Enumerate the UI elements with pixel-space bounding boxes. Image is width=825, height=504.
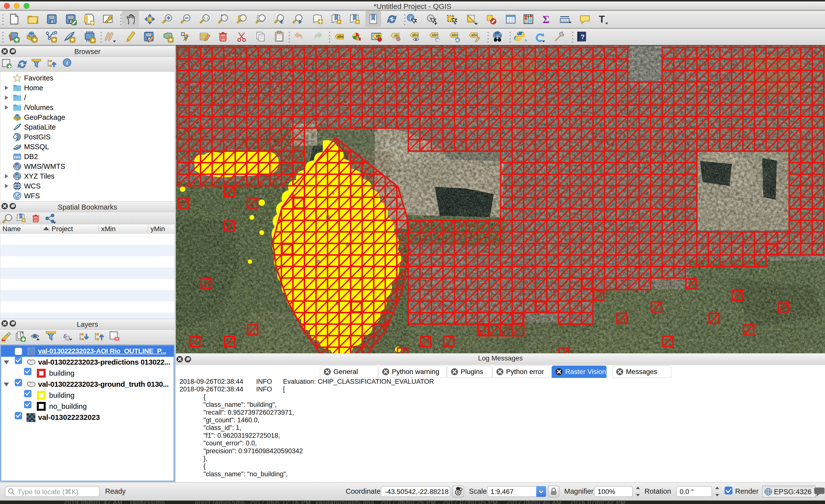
svg-text:abc: abc <box>432 33 439 37</box>
svg-text:abc: abc <box>412 33 419 37</box>
svg-text:abc: abc <box>452 33 458 37</box>
svg-text:i: i <box>66 60 68 66</box>
svg-text:DB2: DB2 <box>14 155 20 159</box>
svg-text:i: i <box>410 15 411 21</box>
svg-text:abc: abc <box>337 34 344 38</box>
svg-text:?: ? <box>581 33 585 40</box>
svg-text:Σ: Σ <box>543 13 550 25</box>
svg-text:T: T <box>599 14 605 24</box>
svg-text:>: > <box>524 38 527 43</box>
svg-text:abc: abc <box>471 33 478 37</box>
svg-text:1:1: 1:1 <box>204 16 209 20</box>
